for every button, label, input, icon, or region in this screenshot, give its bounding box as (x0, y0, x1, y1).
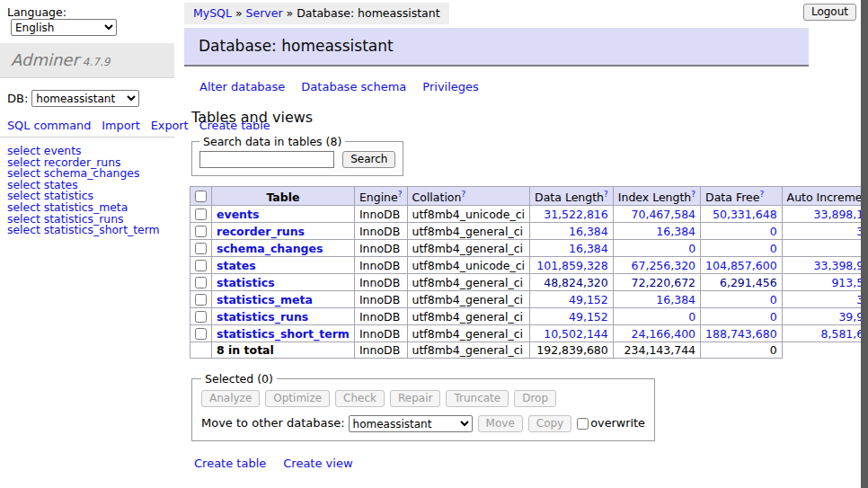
selected-fieldset: Selected (0) AnalyzeOptimizeCheckRepairT… (191, 372, 655, 441)
row-checkbox[interactable] (195, 294, 207, 306)
alter-database-link[interactable]: Alter database (199, 80, 285, 93)
create-view-link[interactable]: Create view (283, 457, 352, 470)
search-legend: Search data in tables (8) (199, 135, 345, 148)
vertical-scrollbar[interactable] (861, 0, 868, 488)
analyze-button[interactable]: Analyze (201, 390, 260, 407)
auto-increment-cell: 913,577 (782, 274, 868, 291)
row-checkbox[interactable] (195, 226, 207, 237)
table-name-link[interactable]: schema_changes (217, 242, 323, 255)
privileges-link[interactable]: Privileges (422, 80, 479, 93)
data-free-link[interactable]: 188,743,680 (705, 327, 777, 341)
row-checkbox-cell (190, 206, 212, 223)
data-length-link[interactable]: 49,152 (569, 293, 608, 306)
index-length-link[interactable]: 16,384 (656, 293, 695, 306)
index-length-cell: 16,384 (613, 291, 700, 308)
column-help-link[interactable]: ? (604, 190, 608, 199)
index-length-link[interactable]: 16,384 (656, 225, 695, 238)
row-checkbox[interactable] (195, 328, 207, 340)
sidebar-select-statistics-short-term[interactable]: select statistics_short_term (7, 225, 167, 236)
auto-increment-link[interactable]: 33,398,984 (814, 259, 868, 272)
row-checkbox-cell (190, 274, 212, 291)
breadcrumb-mysql-link[interactable]: MySQL (193, 6, 232, 20)
collation-cell: utf8mb4_unicode_ci (407, 257, 530, 274)
sidebar-actions: SQL commandImportExportCreate table (7, 118, 167, 133)
index-length-link[interactable]: 67,256,320 (632, 259, 696, 272)
index-length-link[interactable]: 70,467,584 (632, 208, 696, 221)
index-length-link[interactable]: 24,166,400 (632, 327, 696, 341)
data-length-cell: 49,152 (530, 308, 614, 325)
row-checkbox[interactable] (195, 311, 207, 323)
sidebar-link-import[interactable]: Import (102, 119, 139, 132)
search-input[interactable] (199, 151, 334, 168)
sidebar-link-sql-command[interactable]: SQL command (7, 119, 91, 132)
data-length-link[interactable]: 49,152 (569, 310, 608, 324)
column-header-table: Table (212, 187, 355, 206)
copy-button[interactable]: Copy (528, 415, 571, 432)
data-length-link[interactable]: 16,384 (569, 225, 608, 238)
column-help-link[interactable]: ? (461, 190, 465, 199)
search-button[interactable]: Search (342, 151, 395, 168)
table-name-cell: statistics (212, 274, 355, 291)
index-length-link[interactable]: 0 (688, 242, 695, 255)
data-free-link[interactable]: 0 (770, 225, 777, 238)
auto-increment-cell: 39,999 (782, 308, 868, 325)
check-all-checkbox[interactable] (195, 191, 207, 202)
table-name-link[interactable]: statistics (217, 276, 275, 289)
data-length-link[interactable]: 101,859,328 (536, 259, 608, 272)
data-length-link[interactable]: 10,502,144 (544, 327, 608, 341)
logout-button[interactable]: Logout (803, 4, 856, 21)
table-row: statesInnoDButf8mb4_unicode_ci101,859,32… (190, 257, 868, 274)
data-free-link[interactable]: 0 (770, 293, 777, 306)
move-database-select[interactable]: homeassistant (349, 415, 473, 432)
data-free-link[interactable]: 6,291,456 (720, 276, 777, 289)
data-free-link[interactable]: 0 (770, 310, 777, 324)
data-free-cell: 6,291,456 (701, 274, 783, 291)
data-free-link[interactable]: 50,331,648 (713, 208, 777, 221)
index-length-cell: 0 (613, 308, 700, 325)
truncate-button[interactable]: Truncate (446, 390, 509, 407)
check-button[interactable]: Check (335, 390, 385, 407)
row-checkbox[interactable] (195, 277, 207, 288)
row-checkbox[interactable] (195, 243, 207, 254)
tables-list: Table Engine? Collation? Data Length? In… (190, 186, 868, 359)
table-name-link[interactable]: events (217, 208, 259, 221)
collation-cell: utf8mb4_general_ci (407, 325, 530, 342)
table-name-link[interactable]: states (217, 259, 256, 272)
row-checkbox[interactable] (195, 209, 207, 220)
breadcrumb: MySQL»Server»Database: homeassistant (184, 3, 449, 24)
table-name-link[interactable]: statistics_runs (217, 310, 308, 324)
data-free-cell: 0 (701, 308, 783, 325)
column-help-link[interactable]: ? (691, 190, 695, 199)
column-header-index-length: Index Length? (613, 187, 700, 206)
table-name-link[interactable]: statistics_meta (217, 293, 313, 306)
row-checkbox[interactable] (195, 260, 207, 271)
data-length-link[interactable]: 16,384 (569, 242, 608, 255)
move-button[interactable]: Move (478, 415, 523, 432)
table-name-link[interactable]: statistics_short_term (217, 327, 350, 341)
index-length-link[interactable]: 0 (688, 310, 695, 324)
create-table-link[interactable]: Create table (194, 457, 266, 470)
data-free-link[interactable]: 0 (770, 242, 777, 255)
overwrite-checkbox[interactable] (577, 418, 589, 430)
data-length-link[interactable]: 31,522,816 (544, 208, 608, 221)
optimize-button[interactable]: Optimize (265, 390, 330, 407)
breadcrumb-server-link[interactable]: Server (246, 6, 283, 20)
data-length-link[interactable]: 48,824,320 (544, 276, 608, 289)
data-free-link[interactable]: 104,857,600 (705, 259, 777, 272)
engine-cell: InnoDB (354, 240, 407, 257)
create-links: Create tableCreate view (194, 457, 855, 470)
table-name-cell: statistics_short_term (212, 325, 355, 342)
column-help-link[interactable]: ? (759, 190, 764, 199)
index-length-link[interactable]: 72,220,672 (632, 276, 696, 289)
table-name-link[interactable]: recorder_runs (217, 225, 305, 238)
auto-increment-link[interactable]: 33,898,196 (814, 208, 868, 221)
database-schema-link[interactable]: Database schema (301, 80, 406, 93)
drop-button[interactable]: Drop (514, 390, 556, 407)
language-select[interactable]: English (11, 19, 117, 36)
index-length-cell: 70,467,584 (613, 206, 700, 223)
db-select[interactable]: homeassistant (31, 90, 139, 107)
repair-button[interactable]: Repair (390, 390, 440, 407)
sidebar-link-export[interactable]: Export (151, 119, 189, 132)
column-help-link[interactable]: ? (398, 190, 403, 199)
language-label: Language: (7, 5, 66, 19)
